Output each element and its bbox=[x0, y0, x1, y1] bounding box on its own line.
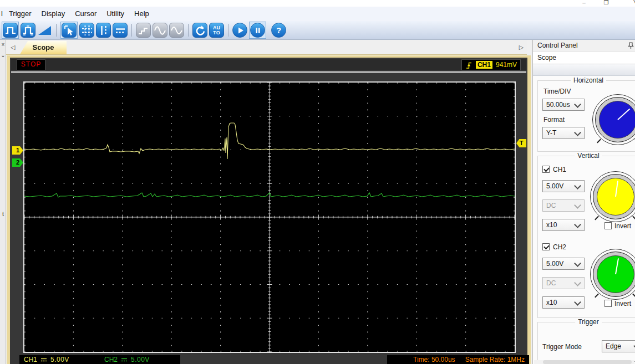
trigger-position-marker[interactable]: T bbox=[516, 139, 526, 147]
time-div-select[interactable]: 50.00us bbox=[542, 99, 585, 111]
scope-separator bbox=[11, 71, 526, 73]
toolbar-button-auto-setup[interactable]: AU TO bbox=[209, 23, 224, 38]
toolbar-button-pause[interactable] bbox=[249, 22, 266, 39]
waveform-plot[interactable] bbox=[23, 81, 516, 353]
toolbar-separator bbox=[228, 24, 228, 37]
dock-collapse-icon[interactable]: ⌄ bbox=[0, 52, 6, 59]
refresh-icon bbox=[194, 24, 207, 37]
ch2-scale-readout: CH2 5.00V bbox=[100, 355, 180, 364]
ch2-knob[interactable] bbox=[589, 248, 635, 301]
horizontal-group-title: Horizontal bbox=[571, 76, 606, 84]
chevron-down-icon bbox=[574, 202, 581, 209]
help-icon: ? bbox=[276, 25, 281, 35]
toolbar-button-pulse-mode[interactable] bbox=[2, 22, 19, 39]
chevron-down-icon bbox=[574, 129, 581, 136]
ch1-knob[interactable] bbox=[589, 170, 635, 223]
toolbar-button-ramp[interactable] bbox=[37, 23, 52, 38]
ch1-position-marker[interactable]: 1 bbox=[12, 146, 23, 155]
pin-icon[interactable] bbox=[628, 42, 634, 49]
ch1-scale-readout: CH1 5.00V bbox=[19, 355, 101, 364]
run-status-badge: STOP bbox=[17, 59, 45, 70]
close-button[interactable]: ╲ bbox=[628, 0, 635, 6]
menu-bar: l Trigger Display Cursor Utility Help bbox=[0, 7, 635, 21]
trigger-group: Trigger Trigger Mode Edge bbox=[537, 322, 635, 364]
scrollbar-thumb[interactable] bbox=[543, 360, 632, 364]
toolbar-button-grid-cursors[interactable] bbox=[79, 23, 94, 38]
panel-horizontal-scrollbar[interactable] bbox=[534, 360, 634, 364]
trigger-level-readout: 941mV bbox=[496, 61, 517, 69]
ch2-label: CH2 bbox=[553, 243, 566, 251]
ch2-probe-select[interactable]: x10 bbox=[542, 296, 585, 309]
menu-item-clipped[interactable]: l bbox=[0, 7, 4, 21]
toolbar-button-help[interactable]: ? bbox=[271, 23, 286, 38]
control-panel: Control Panel Scope Horizontal Time/DIV … bbox=[532, 40, 635, 364]
panel-scope-selector[interactable]: Scope bbox=[533, 52, 635, 64]
play-icon bbox=[233, 24, 247, 37]
toolbar-button-start[interactable] bbox=[232, 23, 247, 38]
ch1-volt-div-select[interactable]: 5.00V bbox=[542, 180, 585, 192]
toolbar-button-smooth-sine-wave[interactable] bbox=[169, 23, 184, 38]
ch2-invert-label: Invert bbox=[614, 300, 631, 307]
tab-scroll-left-button[interactable]: ◁ bbox=[9, 43, 17, 52]
trigger-mode-select[interactable]: Edge bbox=[602, 340, 635, 352]
left-dock-strip: × ⌄ t bbox=[0, 40, 6, 364]
sample-rate-readout: Sample Rate: 1MHz bbox=[465, 356, 525, 363]
chevron-down-icon bbox=[574, 182, 581, 189]
minimize-button[interactable]: – bbox=[577, 0, 591, 6]
tab-bar bbox=[6, 40, 527, 55]
step-wave-icon bbox=[137, 24, 150, 37]
control-panel-title: Control Panel bbox=[537, 42, 578, 49]
ch2-coupling-select: DC bbox=[542, 277, 585, 289]
horizontal-cursors-icon bbox=[114, 24, 127, 37]
format-label: Format bbox=[543, 116, 565, 124]
vertical-group: Vertical CH1 5.00V DC x10 Invert CH2 5.0… bbox=[537, 156, 635, 318]
ch2-enable-checkbox[interactable] bbox=[542, 243, 550, 250]
scope-top-bar: STOP CH1 941mV bbox=[11, 59, 526, 70]
trigger-edge-icon bbox=[465, 61, 473, 69]
vertical-cursors-icon bbox=[97, 24, 110, 37]
scope-screen: STOP CH1 941mV 1 2 T CH1 5.00V CH2 bbox=[7, 55, 531, 364]
toolbar-button-refresh[interactable] bbox=[192, 23, 207, 38]
ch1-enable-checkbox[interactable] bbox=[542, 166, 550, 173]
ch2-position-marker[interactable]: 2 bbox=[12, 158, 23, 167]
toolbar-button-horizontal-cursors[interactable] bbox=[113, 23, 128, 38]
dock-panel-label: t bbox=[0, 211, 6, 218]
toolbar-button-pulse-levels[interactable] bbox=[21, 23, 35, 38]
time-div-label: Time/DIV bbox=[543, 88, 571, 95]
toolbar-separator bbox=[131, 24, 132, 37]
chevron-down-icon bbox=[574, 260, 581, 267]
chevron-down-icon bbox=[574, 279, 581, 286]
ch1-coupling-select: DC bbox=[542, 199, 585, 212]
cursor-arrow-icon bbox=[63, 24, 76, 37]
dock-close-icon[interactable]: × bbox=[0, 42, 6, 49]
grid-icon bbox=[80, 24, 94, 37]
tab-scope[interactable]: Scope bbox=[20, 41, 67, 54]
menu-item-utility[interactable]: Utility bbox=[101, 7, 129, 21]
horizontal-group: Horizontal Time/DIV 50.00us Format Y-T bbox=[537, 80, 635, 152]
menu-item-cursor[interactable]: Cursor bbox=[70, 7, 101, 21]
menu-item-display[interactable]: Display bbox=[37, 7, 70, 21]
toolbar-button-vertical-cursors[interactable] bbox=[96, 23, 111, 38]
panel-toolbar-strip bbox=[533, 64, 635, 76]
ch2-volt-div-select[interactable]: 5.00V bbox=[542, 258, 585, 270]
trigger-group-title: Trigger bbox=[575, 318, 602, 326]
ramp-wave-icon bbox=[38, 24, 52, 37]
format-select[interactable]: Y-T bbox=[542, 127, 585, 139]
menu-item-trigger[interactable]: Trigger bbox=[4, 7, 37, 21]
restore-button[interactable]: ❐ bbox=[599, 0, 613, 6]
chevron-down-icon bbox=[574, 101, 581, 108]
vertical-group-title: Vertical bbox=[575, 152, 602, 160]
ch1-probe-select[interactable]: x10 bbox=[542, 219, 585, 231]
toolbar-separator bbox=[56, 24, 57, 37]
horizontal-knob[interactable] bbox=[591, 93, 635, 146]
toolbar-button-sine-wave[interactable] bbox=[153, 23, 167, 38]
pulse-levels-icon bbox=[22, 24, 35, 37]
toolbar-button-select-cursor[interactable] bbox=[60, 22, 78, 39]
acquisition-readout: Time: 50.00us Sample Rate: 1MHz bbox=[387, 355, 529, 364]
toolbar-button-step-wave[interactable] bbox=[136, 23, 151, 38]
menu-item-help[interactable]: Help bbox=[129, 7, 154, 21]
tab-scroll-right-button[interactable]: ▷ bbox=[517, 43, 525, 52]
ch1-label: CH1 bbox=[553, 166, 566, 173]
chevron-down-icon bbox=[574, 221, 581, 228]
ch2-coupling-icon bbox=[121, 357, 128, 362]
